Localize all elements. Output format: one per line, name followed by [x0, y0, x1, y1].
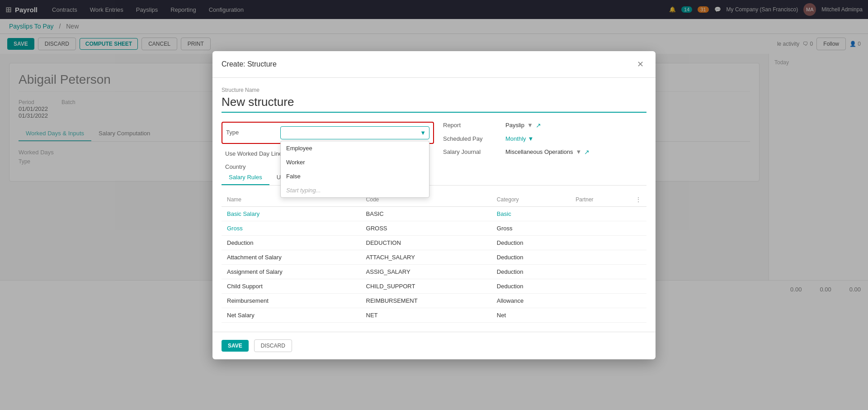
table-row[interactable]: Assignment of Salary ASSIG_SALARY Deduct…: [222, 264, 646, 279]
row-category-reimb: Allowance: [491, 293, 570, 308]
table-row[interactable]: Basic Salary BASIC Basic: [222, 206, 646, 221]
type-select[interactable]: Employee Worker False: [280, 126, 429, 139]
row-code-deduction: DEDUCTION: [361, 235, 491, 250]
modal-save-button[interactable]: SAVE: [222, 340, 249, 352]
type-field-label: Type: [226, 126, 280, 136]
row-code-assign: ASSIG_SALARY: [361, 264, 491, 279]
row-name-attach[interactable]: Attachment of Salary: [222, 250, 361, 264]
salary-journal-value: Miscellaneous Operations: [505, 148, 573, 155]
row-partner-basic: [570, 206, 630, 221]
report-label: Report: [443, 122, 502, 129]
modal-dialog: Create: Structure ✕ Structure Name New s…: [212, 51, 656, 359]
salary-journal-external-link-icon[interactable]: ↗: [584, 148, 590, 156]
row-name-assign[interactable]: Assignment of Salary: [222, 264, 361, 279]
row-category-deduction: Deduction: [491, 235, 570, 250]
dropdown-option-worker[interactable]: Worker: [281, 155, 429, 169]
scheduled-pay-label: Scheduled Pay: [443, 135, 502, 142]
row-partner-net: [570, 308, 630, 322]
col-partner: Partner: [570, 193, 630, 207]
modal-tab-salary-rules[interactable]: Salary Rules: [222, 170, 269, 185]
scheduled-pay-wrapper: Monthly ▼: [505, 135, 533, 142]
row-partner-assign: [570, 264, 630, 279]
dropdown-option-placeholder: Start typing...: [281, 183, 429, 197]
scheduled-pay-chevron-icon[interactable]: ▼: [528, 135, 534, 142]
salary-rules-table: Name Code Category Partner ⋮ Basic Salar…: [222, 193, 646, 323]
row-partner-child: [570, 279, 630, 293]
type-dropdown-wrapper: Employee Worker False ▼ Employee Worker …: [280, 126, 429, 139]
scheduled-pay-value: Monthly: [505, 135, 526, 142]
row-code-basic: BASIC: [361, 206, 491, 221]
modal-body: Structure Name New structure Type Employ…: [212, 78, 656, 332]
table-row[interactable]: Child Support CHILD_SUPPORT Deduction: [222, 279, 646, 293]
row-category-basic[interactable]: Basic: [491, 206, 570, 221]
row-name-gross[interactable]: Gross: [222, 221, 361, 235]
row-category-net: Net: [491, 308, 570, 322]
modal-close-button[interactable]: ✕: [634, 58, 646, 70]
row-category-assign: Deduction: [491, 264, 570, 279]
dropdown-option-false[interactable]: False: [281, 169, 429, 183]
report-value-wrapper: Payslip ▼ ↗: [505, 122, 541, 129]
row-partner-attach: [570, 250, 630, 264]
salary-journal-field: Salary Journal Miscellaneous Operations …: [443, 148, 646, 156]
row-code-child: CHILD_SUPPORT: [361, 279, 491, 293]
salary-rules-tbody: Basic Salary BASIC Basic Gross GROSS Gro…: [222, 206, 646, 322]
row-partner-reimb: [570, 293, 630, 308]
row-code-reimb: REIMBURSEMENT: [361, 293, 491, 308]
modal-form-left: Type Employee Worker False ▼ Em: [222, 122, 434, 170]
salary-journal-dropdown-arrow[interactable]: ▼: [576, 148, 582, 155]
table-row[interactable]: Reimbursement REIMBURSEMENT Allowance: [222, 293, 646, 308]
row-partner-gross: [570, 221, 630, 235]
structure-name-section: Structure Name New structure: [222, 87, 646, 113]
row-code-attach: ATTACH_SALARY: [361, 250, 491, 264]
row-category-gross: Gross: [491, 221, 570, 235]
report-external-link-icon[interactable]: ↗: [536, 122, 541, 129]
table-row[interactable]: Net Salary NET Net: [222, 308, 646, 322]
row-category-attach: Deduction: [491, 250, 570, 264]
dropdown-option-employee[interactable]: Employee: [281, 141, 429, 155]
row-name-child[interactable]: Child Support: [222, 279, 361, 293]
table-row[interactable]: Deduction DEDUCTION Deduction: [222, 235, 646, 250]
type-field-section: Type Employee Worker False ▼ Em: [222, 122, 434, 144]
col-actions: ⋮: [630, 193, 646, 207]
type-dropdown-list: Employee Worker False Start typing...: [280, 141, 429, 198]
modal-form-grid: Type Employee Worker False ▼ Em: [222, 122, 646, 170]
modal-header: Create: Structure ✕: [212, 51, 656, 78]
modal-overlay: Create: Structure ✕ Structure Name New s…: [0, 0, 868, 410]
table-row[interactable]: Attachment of Salary ATTACH_SALARY Deduc…: [222, 250, 646, 264]
row-name-basic[interactable]: Basic Salary: [222, 206, 361, 221]
report-dropdown-arrow[interactable]: ▼: [527, 122, 533, 129]
row-code-gross: GROSS: [361, 221, 491, 235]
row-category-child: Deduction: [491, 279, 570, 293]
modal-form-right: Report Payslip ▼ ↗ Scheduled Pay Monthly…: [434, 122, 646, 170]
report-value: Payslip: [505, 122, 524, 129]
row-name-deduction[interactable]: Deduction: [222, 235, 361, 250]
structure-name-label: Structure Name: [222, 87, 646, 93]
row-name-reimb[interactable]: Reimbursement: [222, 293, 361, 308]
modal-title: Create: Structure: [222, 60, 277, 68]
row-code-net: NET: [361, 308, 491, 322]
structure-name-value: New structure: [222, 95, 646, 113]
col-category: Category: [491, 193, 570, 207]
row-name-net[interactable]: Net Salary: [222, 308, 361, 322]
modal-discard-button[interactable]: DISCARD: [254, 339, 292, 352]
salary-journal-value-wrapper: Miscellaneous Operations ▼ ↗: [505, 148, 590, 156]
table-row[interactable]: Gross GROSS Gross: [222, 221, 646, 235]
scheduled-pay-field: Scheduled Pay Monthly ▼: [443, 135, 646, 142]
modal-footer: SAVE DISCARD: [212, 332, 656, 359]
report-field: Report Payslip ▼ ↗: [443, 122, 646, 129]
row-partner-deduction: [570, 235, 630, 250]
salary-journal-label: Salary Journal: [443, 148, 502, 155]
